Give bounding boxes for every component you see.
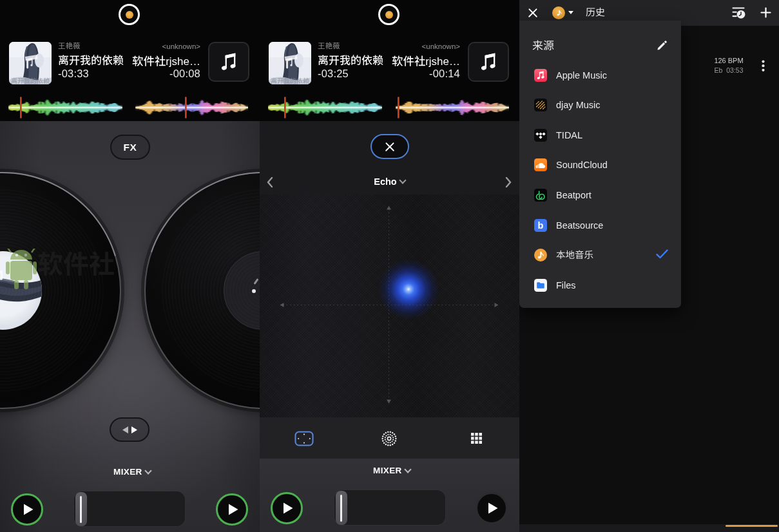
svg-text:b: b: [538, 220, 544, 231]
